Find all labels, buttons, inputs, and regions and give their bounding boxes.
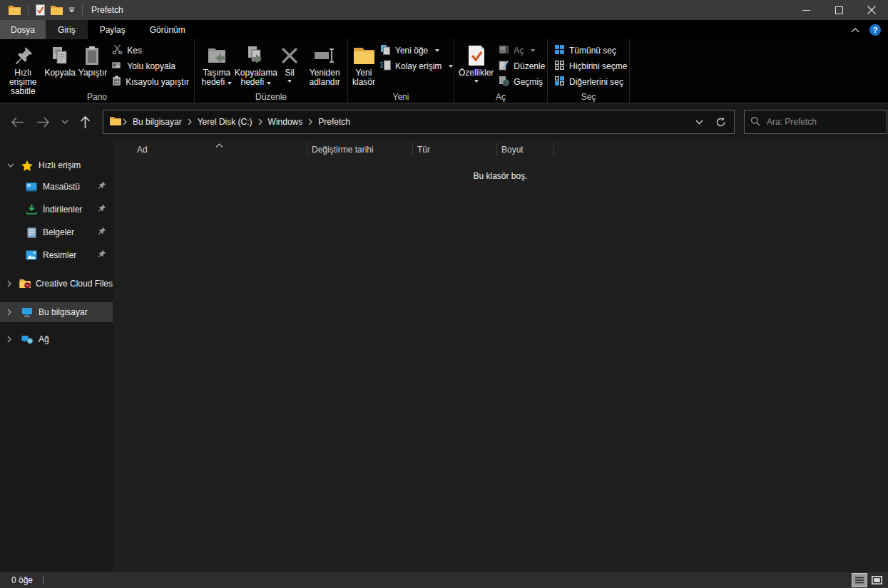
search-box[interactable] [744, 110, 887, 134]
search-input[interactable] [767, 117, 881, 127]
pin-icon [98, 227, 106, 237]
select-none-button[interactable]: Hiçbirini seçme [551, 58, 631, 74]
sidebar-label: İndirilenler [43, 205, 82, 215]
properties-button[interactable]: Özellikler [457, 41, 495, 84]
tab-giris[interactable]: Giriş [46, 20, 88, 39]
download-icon [24, 205, 39, 215]
qat-properties-button[interactable] [33, 1, 48, 19]
address-dropdown-button[interactable] [688, 110, 710, 133]
open-icon [499, 45, 509, 56]
pin-icon [98, 182, 106, 192]
pictures-icon [24, 250, 39, 260]
sidebar-label: Masaüstü [43, 182, 80, 192]
new-folder-button[interactable]: Yeni klasör [351, 41, 377, 88]
new-item-icon [380, 44, 391, 57]
desktop-icon [24, 182, 39, 192]
rename-button[interactable]: Yeniden adlandır [303, 41, 346, 88]
dropdown-caret [267, 82, 271, 85]
column-separator[interactable] [307, 143, 307, 156]
address-bar[interactable]: Bu bilgisayar Yerel Disk (C:) Windows Pr… [103, 110, 735, 134]
navigation-bar: Bu bilgisayar Yerel Disk (C:) Windows Pr… [0, 104, 888, 140]
column-separator[interactable] [553, 143, 554, 156]
pin-icon [98, 205, 106, 215]
up-button[interactable] [74, 110, 96, 133]
copy-path-button[interactable]: Yolu kopyala [108, 58, 193, 74]
sidebar-item-desktop[interactable]: Masaüstü [0, 175, 113, 198]
easy-access-button[interactable]: Kolay erişim [377, 58, 456, 74]
cut-button[interactable]: Kes [108, 43, 193, 58]
clipboard-small-buttons: Kes Yolu kopyala Kısayolu yapıştır [108, 41, 193, 90]
forward-button[interactable] [30, 110, 56, 133]
paste-shortcut-button[interactable]: Kısayolu yapıştır [108, 74, 193, 90]
sidebar-item-downloads[interactable]: İndirilenler [0, 198, 113, 221]
column-header-type[interactable]: Tür [417, 145, 430, 155]
column-header-size[interactable]: Boyut [501, 145, 524, 155]
chevron-right-icon[interactable] [7, 309, 17, 316]
sort-ascending-icon [215, 140, 223, 150]
sidebar-item-this-pc[interactable]: Bu bilgisayar [0, 302, 113, 322]
sidebar-item-creative-cloud[interactable]: Creative Cloud Files [0, 274, 113, 294]
column-header-name[interactable]: Ad [137, 145, 148, 155]
close-button[interactable] [855, 0, 888, 20]
scissors-icon [112, 44, 123, 57]
breadcrumb-item-this-pc[interactable]: Bu bilgisayar [128, 117, 186, 127]
titlebar-separator [82, 4, 83, 16]
new-item-button[interactable]: Yeni öğe [377, 43, 456, 58]
open-button[interactable]: Aç [495, 43, 548, 58]
qat-customize-button[interactable] [66, 1, 78, 19]
ribbon: Hızlı erişime sabitle Kopyala Yapıştır [0, 39, 888, 103]
breadcrumb-item-prefetch[interactable]: Prefetch [314, 117, 354, 127]
delete-button[interactable]: Sil [276, 41, 304, 84]
delete-x-icon [280, 43, 299, 68]
chevron-down-icon[interactable] [7, 163, 17, 167]
sidebar-item-quick-access[interactable]: Hızlı erişim [0, 155, 113, 175]
move-to-button[interactable]: Taşıma hedefi [198, 41, 236, 88]
details-view-button[interactable] [852, 574, 867, 587]
invert-selection-button[interactable]: Diğerlerini seç [551, 74, 631, 90]
paste-button[interactable]: Yapıştır [77, 41, 108, 79]
select-all-button[interactable]: Tümünü seç [551, 43, 631, 58]
sidebar-label: Hızlı erişim [39, 160, 81, 170]
collapse-ribbon-icon[interactable] [851, 25, 859, 35]
tab-dosya[interactable]: Dosya [0, 20, 46, 39]
cut-label: Kes [127, 46, 142, 56]
maximize-button[interactable] [822, 0, 855, 20]
help-icon[interactable]: ? [869, 24, 881, 36]
copy-icon [50, 43, 70, 68]
search-icon [750, 116, 760, 128]
chevron-right-icon[interactable] [7, 280, 16, 287]
copy-button[interactable]: Kopyala [43, 41, 76, 79]
breadcrumb-item-local-disk[interactable]: Yerel Disk (C:) [193, 117, 257, 127]
pin-to-quick-access-button[interactable]: Hızlı erişime sabitle [3, 41, 43, 98]
ribbon-group-new: Yeni klasör Yeni öğe Kolay erişim [348, 39, 454, 103]
large-icons-view-button[interactable] [869, 574, 884, 587]
sidebar-item-network[interactable]: Ağ [0, 329, 113, 349]
dropdown-caret [449, 65, 453, 68]
delete-label: Sil [285, 68, 294, 78]
tab-gorunum[interactable]: Görünüm [138, 20, 198, 39]
back-button[interactable] [4, 110, 30, 133]
minimize-button[interactable] [790, 0, 822, 20]
edit-label: Düzenle [514, 61, 545, 71]
breadcrumb-item-windows[interactable]: Windows [264, 117, 307, 127]
sidebar-item-documents[interactable]: Belgeler [0, 221, 113, 244]
breadcrumb-chevron-icon [257, 118, 264, 125]
chevron-right-icon[interactable] [7, 336, 17, 343]
column-separator[interactable] [496, 143, 497, 156]
file-explorer-window: Prefetch Dosya Giriş Paylaş Görünüm ? [0, 0, 888, 588]
star-icon [20, 160, 34, 171]
view-toggles [852, 574, 888, 587]
qat-new-folder-button[interactable] [48, 1, 66, 19]
column-separator[interactable] [412, 143, 413, 156]
history-button[interactable]: Geçmiş [495, 74, 548, 90]
copy-to-button[interactable]: Kopyalama hedefi [236, 41, 276, 88]
sidebar-item-pictures[interactable]: Resimler [0, 244, 113, 267]
rename-icon [314, 43, 335, 68]
column-header-date-modified[interactable]: Değiştirme tarihi [312, 145, 374, 155]
recent-locations-button[interactable] [56, 110, 74, 133]
tab-paylas[interactable]: Paylaş [88, 20, 138, 39]
empty-folder-message: Bu klasör boş. [113, 171, 888, 181]
edit-button[interactable]: Düzenle [495, 58, 548, 74]
sidebar-label: Creative Cloud Files [36, 279, 113, 289]
refresh-button[interactable] [710, 110, 731, 133]
